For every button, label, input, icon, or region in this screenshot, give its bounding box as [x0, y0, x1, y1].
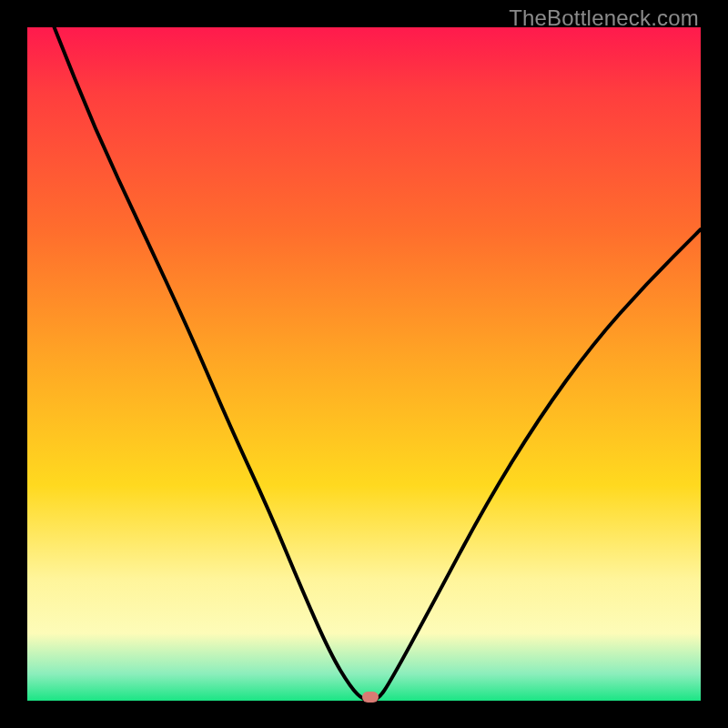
- minimum-marker: [362, 692, 379, 703]
- bottleneck-curve: [27, 27, 701, 701]
- chart-frame: TheBottleneck.com: [0, 0, 728, 728]
- plot-area: [27, 27, 701, 701]
